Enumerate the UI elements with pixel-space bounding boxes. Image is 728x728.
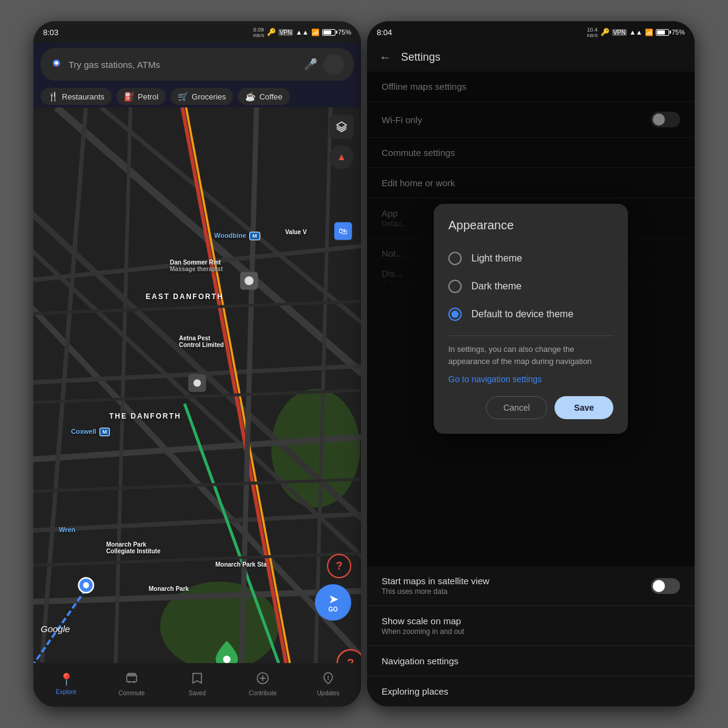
save-button[interactable]: Save: [554, 396, 613, 419]
signal-icon: 📶: [311, 29, 320, 36]
search-placeholder[interactable]: Try gas stations, ATMs: [69, 59, 298, 70]
scale-sub: When zooming in and out: [382, 627, 680, 636]
svg-point-28: [83, 582, 89, 588]
saved-icon: [191, 672, 203, 688]
right-vpn-icon: VPN: [612, 29, 627, 36]
go-arrow-icon: ➤: [329, 593, 338, 606]
dialog-hint: In settings, you can also change the app…: [448, 343, 613, 367]
device-theme-radio[interactable]: [448, 308, 462, 321]
explore-icon: 📍: [59, 672, 74, 687]
layers-icon: [335, 121, 348, 133]
nav-commute-label: Commute: [118, 690, 144, 696]
compass-icon: ▲: [337, 152, 346, 163]
unknown-place-button[interactable]: ?: [327, 554, 351, 578]
right-key-icon: 🔑: [601, 28, 610, 36]
svg-point-48: [328, 679, 329, 680]
vpn-icon: VPN: [278, 29, 294, 36]
light-theme-option[interactable]: Light theme: [448, 244, 613, 272]
restaurant-icon: 🍴: [48, 92, 58, 101]
go-label: GO: [328, 606, 338, 613]
dialog-overlay: Appearance Light theme Dark theme: [367, 72, 695, 566]
appearance-dialog: Appearance Light theme Dark theme: [434, 204, 628, 434]
category-chips: 🍴 Restaurants ⛽ Petrol 🛒 Groceries ☕ Cof…: [33, 86, 361, 107]
navigation-title: Navigation settings: [382, 656, 680, 666]
coffee-icon: ☕: [245, 92, 255, 101]
left-status-bar: 8:03 0.09 KB/S 🔑 VPN ▲▲ 📶 75%: [33, 21, 361, 43]
go-button[interactable]: ➤ GO: [315, 584, 351, 621]
battery-fill: [323, 30, 332, 35]
google-watermark: Google: [41, 624, 70, 634]
chip-restaurants[interactable]: 🍴 Restaurants: [41, 88, 112, 105]
key-icon: 🔑: [267, 28, 276, 36]
chip-petrol[interactable]: ⛽ Petrol: [116, 88, 166, 105]
nav-explore-label: Explore: [56, 689, 76, 695]
dialog-divider: [448, 335, 613, 336]
satellite-text-group: Start maps in satellite view This uses m…: [382, 576, 490, 596]
device-theme-option[interactable]: Default to device theme: [448, 300, 613, 328]
bottom-navigation: 📍 Explore Commute Saved Contribute Up: [33, 663, 361, 707]
settings-bottom: Start maps in satellite view This uses m…: [367, 566, 695, 707]
mic-icon[interactable]: 🎤: [304, 58, 317, 71]
device-theme-radio-dot: [451, 311, 459, 318]
layers-button[interactable]: [329, 115, 354, 139]
right-status-right: 10.4 KB/S 🔑 VPN ▲▲ 📶 75%: [587, 27, 685, 38]
settings-navigation[interactable]: Navigation settings: [367, 646, 695, 676]
settings-satellite[interactable]: Start maps in satellite view This uses m…: [367, 566, 695, 606]
chip-petrol-label: Petrol: [138, 92, 158, 101]
chip-groceries[interactable]: 🛒 Groceries: [170, 88, 233, 105]
google-maps-logo: [50, 58, 62, 70]
light-theme-label: Light theme: [471, 253, 522, 264]
left-status-right: 0.09 KB/S 🔑 VPN ▲▲ 📶 75%: [253, 27, 351, 38]
nav-settings-link[interactable]: Go to navigation settings: [448, 374, 613, 384]
commute-icon: [125, 672, 138, 688]
right-phone: 8:04 10.4 KB/S 🔑 VPN ▲▲ 📶 75% ← Settings…: [367, 21, 695, 707]
chip-coffee[interactable]: ☕ Coffee: [238, 88, 289, 105]
updates-icon: [322, 672, 334, 688]
search-bar[interactable]: Try gas stations, ATMs 🎤: [41, 48, 354, 81]
dark-theme-radio[interactable]: [448, 280, 462, 293]
light-theme-radio[interactable]: [448, 252, 462, 265]
svg-point-30: [223, 656, 231, 663]
compass-button[interactable]: ▲: [329, 145, 354, 169]
left-time: 8:03: [43, 28, 58, 37]
right-speed: 10.4 KB/S: [587, 27, 598, 38]
scale-title: Show scale on map: [382, 616, 680, 626]
svg-point-34: [244, 276, 254, 285]
right-battery-pct: 75%: [672, 29, 685, 36]
right-battery-indicator: [656, 29, 669, 36]
svg-text:🛍: 🛍: [339, 226, 348, 236]
battery-pct: 75%: [338, 29, 351, 36]
right-time: 8:04: [377, 28, 392, 37]
back-button[interactable]: ←: [379, 50, 391, 64]
settings-header: ← Settings: [367, 43, 695, 72]
cancel-button[interactable]: Cancel: [486, 396, 548, 419]
left-phone: 8:03 0.09 KB/S 🔑 VPN ▲▲ 📶 75% Try gas st…: [33, 21, 361, 707]
nav-explore[interactable]: 📍 Explore: [48, 672, 84, 695]
right-signal-icon: 📶: [645, 29, 653, 36]
svg-point-1: [55, 61, 58, 65]
svg-point-42: [129, 681, 130, 682]
satellite-title: Start maps in satellite view: [382, 576, 490, 586]
satellite-sub: This uses more data: [382, 587, 490, 596]
device-theme-label: Default to device theme: [471, 309, 573, 320]
petrol-icon: ⛽: [124, 92, 134, 101]
nav-saved[interactable]: Saved: [179, 672, 215, 696]
settings-scale[interactable]: Show scale on map When zooming in and ou…: [367, 606, 695, 646]
nav-updates[interactable]: Updates: [310, 672, 346, 696]
map-area[interactable]: 🛍 ? EAST DANFORTH THE DANFORTH Woodbine …: [33, 107, 361, 663]
right-wifi-icon: ▲▲: [629, 29, 642, 36]
dark-theme-option[interactable]: Dark theme: [448, 272, 613, 300]
user-avatar[interactable]: [323, 54, 344, 75]
settings-exploring[interactable]: Exploring places: [367, 676, 695, 707]
dialog-title: Appearance: [448, 218, 613, 232]
nav-updates-label: Updates: [317, 690, 339, 696]
svg-point-36: [194, 379, 201, 386]
satellite-toggle[interactable]: [651, 578, 680, 594]
svg-point-43: [133, 681, 135, 682]
exploring-title: Exploring places: [382, 686, 680, 696]
nav-commute[interactable]: Commute: [113, 672, 150, 696]
settings-content: Offline maps settings Wi-Fi only Commute…: [367, 72, 695, 566]
nav-contribute[interactable]: Contribute: [244, 672, 281, 696]
satellite-row: Start maps in satellite view This uses m…: [382, 576, 680, 596]
chip-groceries-label: Groceries: [192, 92, 226, 101]
